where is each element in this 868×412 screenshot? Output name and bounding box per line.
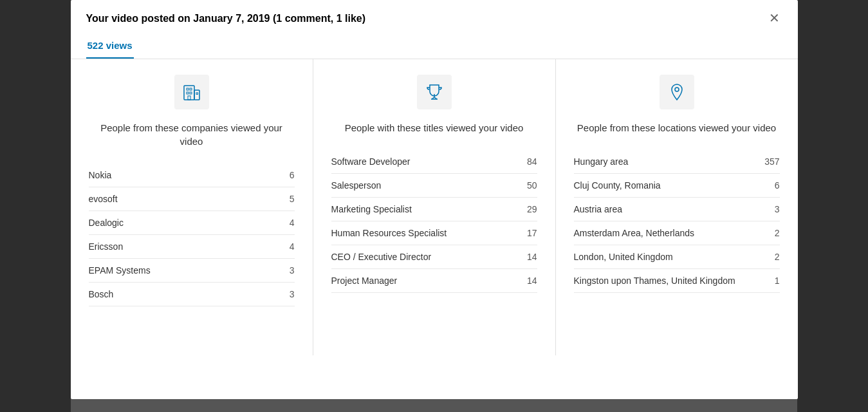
modal-title: Your video posted on January 7, 2019 (1 …: [86, 12, 366, 26]
table-row: Project Manager 14: [331, 269, 537, 293]
table-row: Amsterdam Area, Netherlands 2: [574, 221, 780, 245]
trophy-icon: [417, 75, 452, 109]
table-row: Kingston upon Thames, United Kingdom 1: [574, 269, 780, 293]
svg-rect-7: [196, 93, 198, 95]
location-icon: [660, 75, 694, 109]
table-row: London, United Kingdom 2: [574, 245, 780, 269]
titles-column: People with these titles viewed your vid…: [313, 59, 556, 355]
svg-rect-6: [188, 96, 190, 100]
tab-views[interactable]: 522 views: [86, 35, 134, 59]
companies-title: People from these companies viewed your …: [89, 121, 295, 148]
table-row: Nokia 6: [89, 164, 295, 187]
table-row: Marketing Specialist 29: [331, 198, 537, 221]
table-row: Cluj County, Romania 6: [574, 174, 780, 198]
content-area: People from these companies viewed your …: [71, 59, 798, 355]
companies-rows: Nokia 6 evosoft 5 Dealogic 4 Ericsson 4 …: [89, 164, 295, 306]
table-row: Bosch 3: [89, 283, 295, 306]
close-button[interactable]: ✕: [766, 12, 782, 24]
titles-rows: Software Developer 84 Salesperson 50 Mar…: [331, 150, 537, 293]
locations-icon-wrapper: [574, 75, 780, 109]
table-row: evosoft 5: [89, 187, 295, 211]
table-row: Hungary area 357: [574, 150, 780, 174]
titles-title: People with these titles viewed your vid…: [331, 121, 537, 135]
companies-column: People from these companies viewed your …: [71, 59, 313, 355]
table-row: Dealogic 4: [89, 211, 295, 235]
modal-container: Your video posted on January 7, 2019 (1 …: [71, 0, 798, 399]
svg-point-12: [675, 88, 679, 91]
table-row: Austria area 3: [574, 198, 780, 221]
table-row: Software Developer 84: [331, 150, 537, 174]
table-row: CEO / Executive Director 14: [331, 245, 537, 269]
locations-column: People from these locations viewed your …: [556, 59, 798, 355]
table-row: Salesperson 50: [331, 174, 537, 198]
tabs-bar: 522 views: [71, 35, 798, 59]
svg-rect-5: [190, 92, 192, 94]
svg-rect-4: [187, 92, 189, 94]
locations-rows: Hungary area 357 Cluj County, Romania 6 …: [574, 150, 780, 293]
modal-header: Your video posted on January 7, 2019 (1 …: [71, 0, 798, 26]
titles-icon-wrapper: [331, 75, 537, 109]
svg-rect-2: [187, 88, 189, 90]
table-row: Human Resources Specialist 17: [331, 221, 537, 245]
locations-title: People from these locations viewed your …: [574, 121, 780, 135]
table-row: Ericsson 4: [89, 235, 295, 259]
svg-rect-1: [194, 90, 199, 100]
svg-rect-3: [190, 88, 192, 90]
table-row: EPAM Systems 3: [89, 259, 295, 283]
svg-rect-0: [184, 86, 194, 100]
building-icon: [174, 75, 209, 109]
companies-icon-wrapper: [89, 75, 295, 109]
